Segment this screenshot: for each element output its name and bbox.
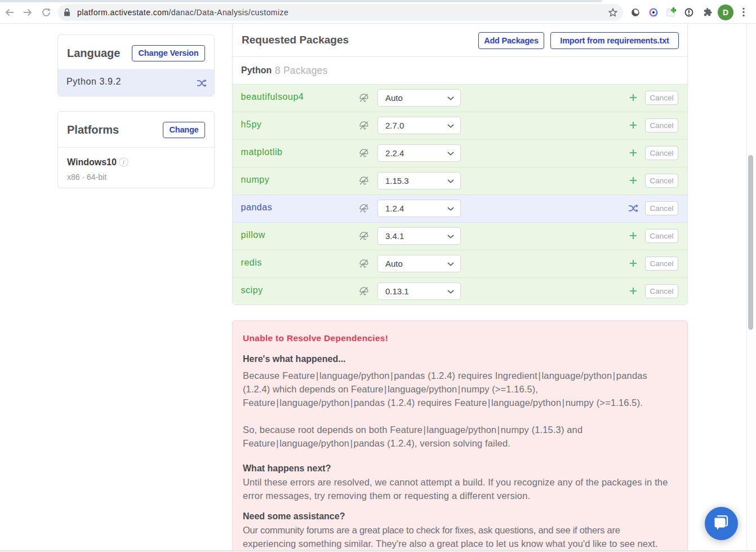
- svg-text:i: i: [123, 158, 124, 165]
